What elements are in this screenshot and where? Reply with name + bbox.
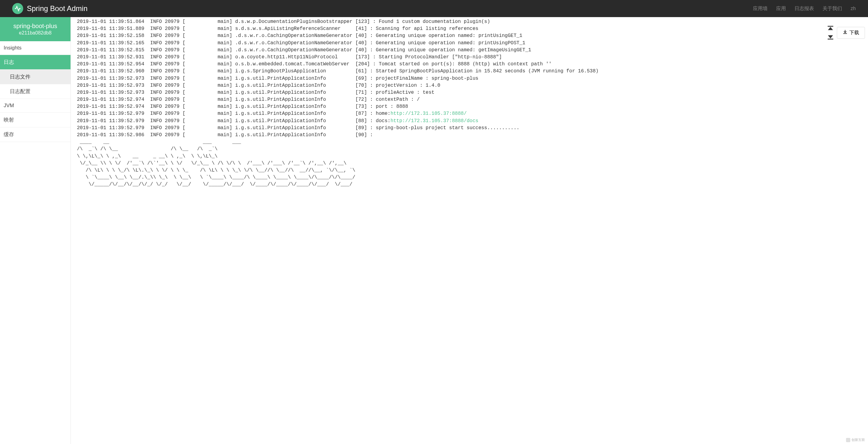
sidebar-item-5[interactable]: 映射 [0, 113, 70, 127]
log-line: 2019-11-01 11:39:52.986 INFO 20979 [ mai… [77, 131, 862, 139]
nav-journal[interactable]: 日志报表 [795, 5, 814, 12]
log-line: /\ _`\ /\ \__ /\ \__ /\ _`\ [77, 146, 862, 153]
log-line: 2019-11-01 11:39:52.960 INFO 20979 [ mai… [77, 68, 862, 75]
sidebar-item-2[interactable]: 日志文件 [0, 70, 70, 84]
log-line: 2019-11-01 11:39:52.165 INFO 20979 [ mai… [77, 40, 862, 47]
nav-wallboard[interactable]: 应用墙 [753, 5, 768, 12]
watermark-icon [846, 438, 850, 442]
log-viewer[interactable]: 2019-11-01 11:39:51.864 INFO 20979 [ mai… [71, 17, 868, 444]
log-line: 2019-11-01 11:39:52.974 INFO 20979 [ mai… [77, 103, 862, 110]
log-line: 2019-11-01 11:39:52.973 INFO 20979 [ mai… [77, 75, 862, 82]
log-line: 2019-11-01 11:39:52.931 INFO 20979 [ mai… [77, 54, 862, 61]
sidebar-item-4[interactable]: JVM [0, 99, 70, 113]
log-link[interactable]: http://172.31.105.37:8888/ [390, 111, 467, 116]
log-line: \/_____/\/__/\/__/\/_/ \/_/ \/__/ \/____… [77, 181, 862, 188]
log-line: 2019-11-01 11:39:51.889 INFO 20979 [ mai… [77, 25, 862, 32]
header: Spring Boot Admin 应用墙 应用 日志报表 关于我们 zh [0, 0, 868, 17]
log-line: 2019-11-01 11:39:52.954 INFO 20979 [ mai… [77, 61, 862, 68]
download-button[interactable]: 下载 [837, 27, 865, 39]
nav-about[interactable]: 关于我们 [823, 5, 842, 12]
sidebar-item-1[interactable]: 日志 [0, 55, 70, 70]
svg-rect-0 [828, 26, 833, 27]
sidebar-item-3[interactable]: 日志配置 [0, 84, 70, 99]
log-line: 2019-11-01 11:39:52.815 INFO 20979 [ mai… [77, 47, 862, 54]
logo-icon [12, 3, 23, 14]
download-icon [843, 30, 847, 36]
floating-controls: 下载 [827, 26, 865, 40]
nav-language[interactable]: zh [850, 6, 856, 11]
log-line: 2019-11-01 11:39:52.979 INFO 20979 [ mai… [77, 125, 862, 131]
scroll-arrows [827, 26, 834, 40]
download-label: 下载 [849, 30, 859, 36]
log-line: 2019-11-01 11:39:52.973 INFO 20979 [ mai… [77, 82, 862, 89]
nav-links: 应用墙 应用 日志报表 关于我们 zh [753, 5, 856, 12]
svg-marker-1 [828, 27, 833, 30]
sidebar-item-0[interactable]: Insights [0, 41, 70, 55]
app-title: Spring Boot Admin [27, 4, 753, 13]
log-line: 2019-11-01 11:39:52.973 INFO 20979 [ mai… [77, 89, 862, 96]
sidebar-item-6[interactable]: 缓存 [0, 127, 70, 142]
log-link[interactable]: http://172.31.105.37:8888/docs [390, 118, 478, 124]
log-line: 2019-11-01 11:39:52.979 INFO 20979 [ mai… [77, 118, 862, 125]
log-line: /\ \L\ \ \ \_/\ \L\.\_\ \ \/ \ \ \_ /\ \… [77, 167, 862, 174]
log-line: \ `\____\ \__\ \__/.\_\\ \_\ \ \__\ \ `\… [77, 174, 862, 181]
log-line: 2019-11-01 11:39:52.979 INFO 20979 [ mai… [77, 110, 862, 117]
sidebar: spring-boot-plus e211ba082db8 Insights日志… [0, 17, 71, 444]
log-line: 2019-11-01 11:39:51.864 INFO 20979 [ mai… [77, 18, 862, 25]
log-line: 2019-11-01 11:39:52.158 INFO 20979 [ mai… [77, 32, 862, 39]
svg-marker-2 [828, 35, 833, 38]
instance-name: spring-boot-plus [3, 23, 67, 30]
scroll-top-icon[interactable] [827, 26, 834, 31]
log-line: 2019-11-01 11:39:52.974 INFO 20979 [ mai… [77, 96, 862, 103]
log-line: ____ __ ___ ___ [77, 139, 862, 146]
main-content: 2019-11-01 11:39:51.864 INFO 20979 [ mai… [71, 17, 868, 444]
log-line: \/_\__ \\ \ \/ /'__`\ /\`'__\ \ \/ \/_\_… [77, 160, 862, 167]
instance-id: e211ba082db8 [3, 30, 67, 36]
instance-header: spring-boot-plus e211ba082db8 [0, 17, 70, 41]
scroll-bottom-icon[interactable] [827, 35, 834, 40]
svg-rect-3 [828, 39, 833, 40]
watermark: 创新互联 [846, 438, 865, 442]
nav-applications[interactable]: 应用 [776, 5, 786, 12]
log-line: \ \,\L\_\ \ ,_\ __ _ __\ \ ,_\ \ \,\L\_\ [77, 153, 862, 160]
